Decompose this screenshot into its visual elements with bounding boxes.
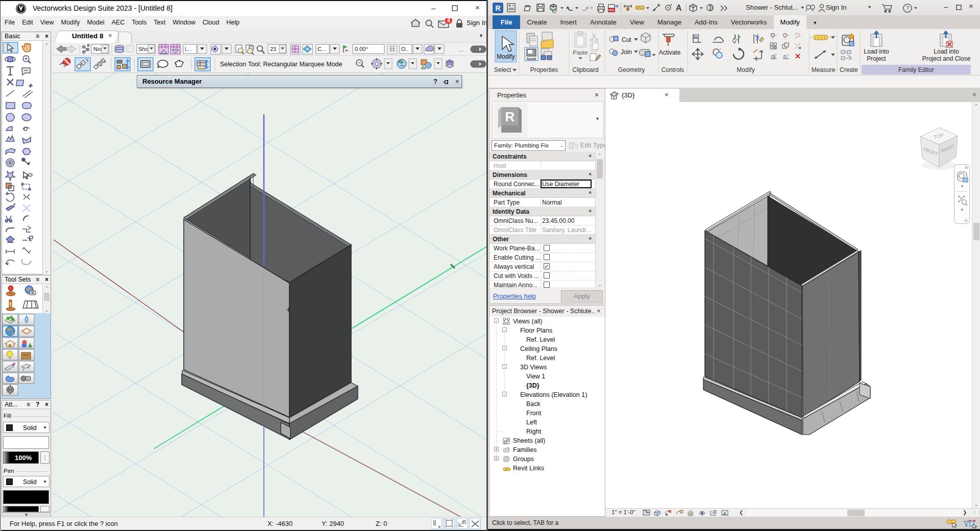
svg-text:C...: C... [317,46,326,52]
svg-text:Select: Select [494,66,511,73]
svg-text:Noɪ: Noɪ [93,46,103,52]
svg-text:Project: Project [867,55,886,62]
svg-text:Join: Join [621,48,632,56]
svg-text:Modify: Modify [737,66,754,73]
svg-text:Measure: Measure [812,66,836,73]
svg-text:Selection Tool: Rectangular Ma: Selection Tool: Rectangular Marquee Mode [220,61,342,68]
svg-text:Family Editor: Family Editor [898,66,934,73]
svg-text:R: R [495,4,500,12]
svg-text:Geometry: Geometry [618,66,645,73]
svg-text:Project and Close: Project and Close [922,55,971,62]
svg-text:Cut: Cut [622,36,631,43]
svg-text:Shо: Shо [138,46,149,52]
svg-text:O..: O.. [401,46,409,52]
svg-text:0.00°: 0.00° [355,46,368,52]
svg-text:A: A [676,4,682,12]
svg-text:...: ... [459,46,463,53]
svg-text:?: ? [906,5,909,11]
svg-text:PDF: PDF [608,9,615,12]
svg-text:Activate: Activate [659,49,681,56]
svg-text:R: R [505,109,515,124]
svg-text:Load into: Load into [864,48,889,55]
svg-text:23: 23 [270,46,276,52]
svg-text:Load into: Load into [934,48,959,55]
svg-text:L...: L... [185,46,192,52]
svg-text:Controls: Controls [662,66,684,73]
svg-text:4: 4 [447,18,450,23]
svg-text:Clipboard: Clipboard [572,66,598,73]
svg-text:Paste: Paste [573,49,587,56]
svg-text:Properties: Properties [530,66,558,73]
svg-text:Create: Create [840,66,858,73]
svg-text:Modify: Modify [497,53,514,60]
